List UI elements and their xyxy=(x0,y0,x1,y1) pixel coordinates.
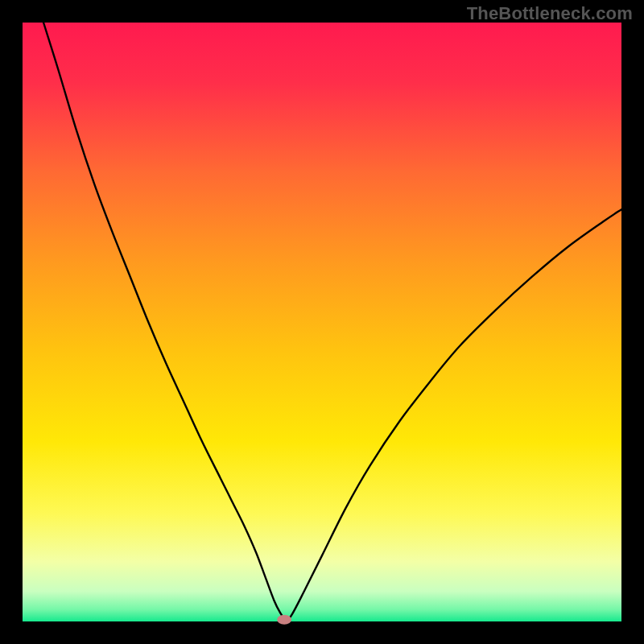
bottleneck-chart xyxy=(0,0,644,644)
chart-container: TheBottleneck.com xyxy=(0,0,644,644)
watermark-text: TheBottleneck.com xyxy=(467,3,633,24)
plot-background xyxy=(23,23,621,621)
optimal-point-marker xyxy=(277,615,291,625)
